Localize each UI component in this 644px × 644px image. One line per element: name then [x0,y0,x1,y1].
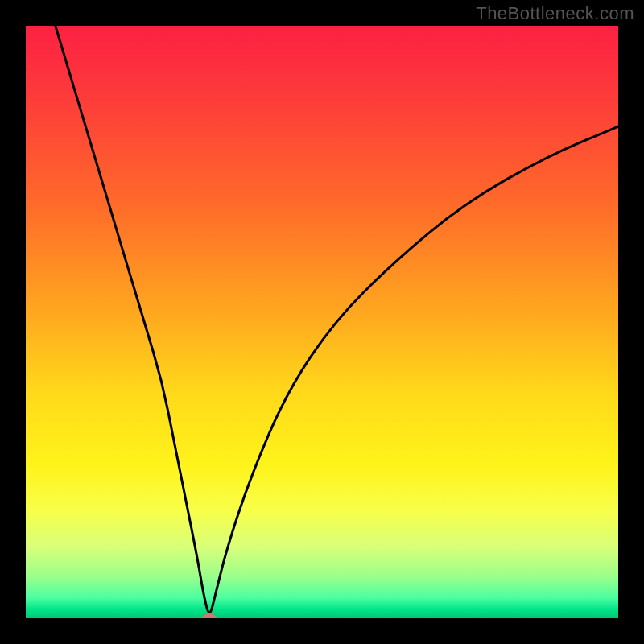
chart-frame: TheBottleneck.com [0,0,644,644]
minimum-marker [202,613,217,618]
watermark-text: TheBottleneck.com [476,3,634,24]
bottleneck-curve [26,26,618,618]
plot-area [26,26,618,618]
